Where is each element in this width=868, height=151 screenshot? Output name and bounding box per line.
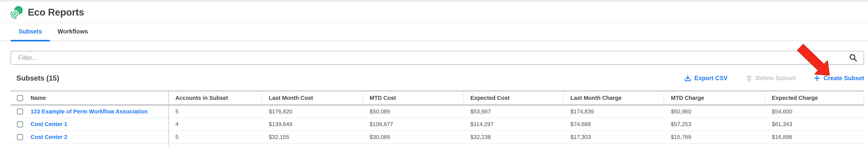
subset-link[interactable]: 123 Example of Perm Workflow Association	[31, 109, 148, 115]
cell-last-month-cost: $139,649	[262, 118, 363, 131]
cell-mtd-charge: $50,960	[664, 105, 765, 118]
cell-accounts: 5	[168, 105, 262, 118]
section-heading: Subsets (15)	[17, 74, 59, 82]
plus-icon	[813, 75, 820, 82]
table-row: Cost Center 1 4 $139,649 $106,677 $114,2…	[10, 118, 864, 131]
row-checkbox[interactable]	[17, 121, 23, 127]
table-header-row: Name Accounts in Subset Last Month Cost …	[10, 91, 864, 105]
create-subset-label: Create Subset	[824, 75, 864, 82]
subsets-table: Name Accounts in Subset Last Month Cost …	[10, 90, 864, 144]
cell-last-month-charge: $17,303	[564, 131, 664, 144]
cell-expected-charge: $16,896	[765, 131, 864, 144]
column-header-last-month-cost: Last Month Cost	[262, 91, 363, 105]
subset-link[interactable]: Cost Center 1	[31, 121, 67, 127]
cell-accounts: 5	[168, 131, 262, 144]
export-csv-label: Export CSV	[694, 75, 728, 82]
row-checkbox[interactable]	[17, 134, 23, 140]
cell-last-month-cost: $176,820	[262, 105, 363, 118]
delete-subset-button[interactable]: Delete Subset	[746, 75, 796, 82]
name-column-divider-stub	[168, 144, 168, 146]
tab-bar: Subsets Workflows	[0, 22, 868, 41]
download-icon	[684, 75, 691, 82]
cell-last-month-cost: $32,155	[262, 131, 363, 144]
column-header-last-month-charge: Last Month Charge	[564, 91, 664, 105]
page-title: Eco Reports	[28, 7, 84, 18]
cell-expected-cost: $32,238	[464, 131, 564, 144]
column-header-accounts: Accounts in Subset	[168, 91, 262, 105]
eco-logo-icon	[11, 6, 23, 19]
subset-link[interactable]: Cost Center 2	[31, 134, 67, 140]
select-all-checkbox[interactable]	[17, 95, 23, 101]
cell-last-month-charge: $74,668	[564, 118, 664, 131]
eco-reports-page: Eco Reports Subsets Workflows Subsets (1…	[0, 0, 868, 151]
filter-row	[10, 51, 864, 65]
filter-input[interactable]	[10, 51, 864, 65]
table-row: Cost Center 2 5 $32,155 $30,089 $32,238 …	[10, 131, 864, 144]
subsets-table-wrap: Name Accounts in Subset Last Month Cost …	[10, 90, 864, 144]
column-header-expected-cost: Expected Cost	[464, 91, 564, 105]
create-subset-button[interactable]: Create Subset	[813, 75, 864, 82]
cell-mtd-cost: $30,089	[363, 131, 464, 144]
cell-mtd-charge: $57,253	[664, 118, 765, 131]
table-row: 123 Example of Perm Workflow Association…	[10, 105, 864, 118]
tab-workflows[interactable]: Workflows	[50, 22, 96, 40]
cell-last-month-charge: $174,839	[564, 105, 664, 118]
cell-expected-charge: $54,600	[765, 105, 864, 118]
cell-expected-cost: $53,667	[464, 105, 564, 118]
export-csv-button[interactable]: Export CSV	[684, 75, 728, 82]
section-bar: Subsets (15) Export CSV Delete Subset	[10, 72, 864, 85]
delete-subset-label: Delete Subset	[756, 75, 796, 82]
tab-subsets[interactable]: Subsets	[11, 22, 50, 40]
column-header-name: Name	[31, 95, 46, 101]
cell-accounts: 4	[168, 118, 262, 131]
column-header-expected-charge: Expected Charge	[765, 91, 864, 105]
search-icon	[849, 54, 858, 62]
cell-mtd-charge: $15,769	[664, 131, 765, 144]
column-header-mtd-charge: MTD Charge	[664, 91, 765, 105]
cell-expected-charge: $61,343	[765, 118, 864, 131]
cell-mtd-cost: $106,677	[363, 118, 464, 131]
app-header: Eco Reports	[0, 3, 868, 22]
cell-expected-cost: $114,297	[464, 118, 564, 131]
action-buttons: Export CSV Delete Subset Create Subset	[684, 75, 864, 82]
cell-mtd-cost: $50,089	[363, 105, 464, 118]
trash-icon	[746, 75, 752, 82]
row-checkbox[interactable]	[17, 109, 23, 115]
column-header-mtd-cost: MTD Cost	[363, 91, 464, 105]
top-shadow-strip	[0, 0, 868, 3]
